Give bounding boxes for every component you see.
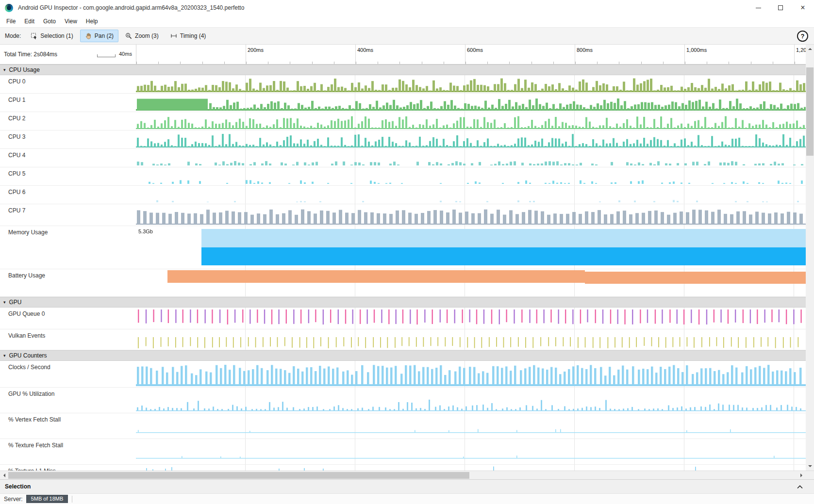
scroll-left-arrow[interactable] bbox=[0, 471, 8, 479]
ruler-minor-tick bbox=[532, 62, 532, 64]
timing-mode-label: Timing (4) bbox=[180, 33, 206, 39]
track-label-cpu-5: CPU 5 bbox=[0, 167, 136, 185]
track-label-memory-usage: Memory Usage bbox=[0, 226, 136, 269]
expand-panel-chevron-icon[interactable] bbox=[797, 485, 803, 489]
ruler-minor-tick bbox=[509, 62, 510, 64]
ruler-gridline bbox=[575, 45, 575, 64]
scrollbar-corner bbox=[806, 471, 814, 479]
close-icon: × bbox=[800, 3, 805, 12]
mode-label: Mode: bbox=[5, 33, 21, 39]
ruler-minor-tick bbox=[465, 62, 466, 64]
down-arrow-icon bbox=[808, 465, 812, 469]
ruler-minor-tick bbox=[399, 62, 400, 64]
selection-panel-title: Selection bbox=[5, 483, 31, 490]
track-chart-cpu-7[interactable] bbox=[136, 204, 806, 226]
right-arrow-icon bbox=[800, 473, 804, 477]
app-logo-icon bbox=[5, 4, 13, 12]
mode-toolbar: Mode: Selection (1) Pan (2) Zoom (3) Tim… bbox=[0, 27, 814, 45]
track-chart-cpu-3[interactable] bbox=[136, 130, 806, 148]
track-chart-gpu-utilization[interactable] bbox=[136, 388, 806, 413]
minimize-button[interactable] bbox=[747, 0, 769, 16]
ruler-ticks[interactable]: 200ms400ms600ms800ms1,000ms1,200ms bbox=[136, 45, 806, 64]
track-row-battery-usage: Battery Usage bbox=[0, 269, 806, 297]
track-chart-battery-usage[interactable] bbox=[136, 269, 806, 296]
track-chart-cpu-5[interactable] bbox=[136, 167, 806, 185]
ruler-gridline bbox=[246, 45, 246, 64]
track-chart-vertex-fetch-stall[interactable] bbox=[136, 413, 806, 439]
window-controls: × bbox=[747, 0, 814, 16]
vertical-scrollbar[interactable] bbox=[806, 45, 814, 471]
section-label-gpu-counters: GPU Counters bbox=[9, 352, 47, 359]
track-chart-cpu-0[interactable] bbox=[136, 75, 806, 93]
ruler-minor-tick bbox=[444, 62, 444, 64]
section-header-gpu-counters[interactable]: ▾GPU Counters bbox=[0, 350, 806, 361]
track-chart-texture-fetch-stall[interactable] bbox=[136, 439, 806, 464]
track-chart-memory-usage[interactable]: 5.3Gb bbox=[136, 226, 806, 269]
horizontal-scrollbar-thumb[interactable] bbox=[8, 472, 469, 479]
track-row-memory-usage: Memory Usage5.3Gb bbox=[0, 226, 806, 269]
track-chart-cpu-4[interactable] bbox=[136, 149, 806, 167]
track-row-cpu-7: CPU 7 bbox=[0, 204, 806, 226]
track-canvas-memory-usage bbox=[136, 226, 806, 269]
scroll-right-arrow[interactable] bbox=[797, 471, 806, 479]
track-row-vertex-fetch-stall: % Vertex Fetch Stall bbox=[0, 413, 806, 439]
track-label-vulkan-events: Vulkan Events bbox=[0, 329, 136, 350]
ruler-tick-label: 200ms bbox=[248, 47, 264, 53]
tracks-viewport: ▾CPU UsageCPU 0CPU 1CPU 2CPU 3CPU 4CPU 5… bbox=[0, 65, 806, 471]
track-canvas-texture-fetch-stall bbox=[136, 439, 806, 464]
pan-hand-icon bbox=[85, 33, 92, 39]
selection-mode-button[interactable]: Selection (1) bbox=[26, 30, 78, 42]
timing-mode-button[interactable]: Timing (4) bbox=[166, 30, 211, 42]
ruler-tick-label: 1,200ms bbox=[796, 47, 806, 53]
menu-view[interactable]: View bbox=[60, 16, 82, 26]
close-button[interactable]: × bbox=[792, 0, 814, 16]
track-label-gpu-queue-0: GPU Queue 0 bbox=[0, 308, 136, 329]
track-chart-cpu-1[interactable] bbox=[136, 94, 806, 112]
menu-edit[interactable]: Edit bbox=[20, 16, 39, 26]
track-chart-cpu-2[interactable] bbox=[136, 112, 806, 130]
ruler-tick-label: 600ms bbox=[467, 47, 483, 53]
ruler-minor-tick bbox=[707, 62, 707, 64]
ruler-minor-tick bbox=[334, 62, 334, 64]
track-label-cpu-6: CPU 6 bbox=[0, 186, 136, 204]
track-chart-cpu-6[interactable] bbox=[136, 186, 806, 204]
total-time-label: Total Time: 2s084ms bbox=[4, 51, 57, 58]
timeline-ruler: Total Time: 2s084ms 40ms 200ms400ms600ms… bbox=[0, 45, 806, 65]
scroll-up-arrow[interactable] bbox=[806, 45, 814, 53]
menu-bar: File Edit Goto View Help bbox=[0, 16, 814, 27]
track-chart-vulkan-events[interactable] bbox=[136, 329, 806, 350]
help-button[interactable]: ? bbox=[797, 31, 808, 42]
ruler-minor-tick bbox=[575, 62, 576, 64]
section-header-cpu-usage[interactable]: ▾CPU Usage bbox=[0, 65, 806, 75]
ruler-minor-tick bbox=[356, 62, 356, 64]
pan-mode-button[interactable]: Pan (2) bbox=[80, 30, 118, 42]
track-label-cpu-0: CPU 0 bbox=[0, 75, 136, 93]
ruler-minor-tick bbox=[136, 62, 137, 64]
scale-label: 40ms bbox=[119, 51, 132, 57]
scroll-down-arrow[interactable] bbox=[806, 462, 814, 471]
track-canvas-gpu-utilization bbox=[136, 388, 806, 413]
track-label-cpu-7: CPU 7 bbox=[0, 204, 136, 226]
menu-file[interactable]: File bbox=[2, 16, 20, 26]
zoom-mode-label: Zoom (3) bbox=[135, 33, 159, 39]
menu-help[interactable]: Help bbox=[82, 16, 102, 26]
zoom-mode-button[interactable]: Zoom (3) bbox=[120, 30, 164, 42]
ruler-minor-tick bbox=[619, 62, 619, 64]
track-row-cpu-4: CPU 4 bbox=[0, 149, 806, 167]
track-canvas-cpu-7 bbox=[136, 204, 806, 226]
maximize-button[interactable] bbox=[769, 0, 792, 16]
track-row-clocks-second: Clocks / Second bbox=[0, 361, 806, 388]
track-canvas-battery-usage bbox=[136, 269, 806, 296]
track-chart-gpu-queue-0[interactable] bbox=[136, 308, 806, 329]
vertical-scrollbar-thumb[interactable] bbox=[806, 67, 814, 156]
selection-panel-header[interactable]: Selection bbox=[0, 479, 814, 493]
section-header-gpu[interactable]: ▾GPU bbox=[0, 297, 806, 308]
track-chart-clocks-second[interactable] bbox=[136, 361, 806, 387]
menu-goto[interactable]: Goto bbox=[39, 16, 60, 26]
track-canvas-vertex-fetch-stall bbox=[136, 413, 806, 439]
track-chart-texture-l1-miss[interactable] bbox=[136, 465, 806, 471]
track-row-cpu-5: CPU 5 bbox=[0, 167, 806, 186]
track-label-texture-fetch-stall: % Texture Fetch Stall bbox=[0, 439, 136, 464]
horizontal-scrollbar[interactable] bbox=[0, 471, 806, 479]
track-row-cpu-3: CPU 3 bbox=[0, 130, 806, 149]
